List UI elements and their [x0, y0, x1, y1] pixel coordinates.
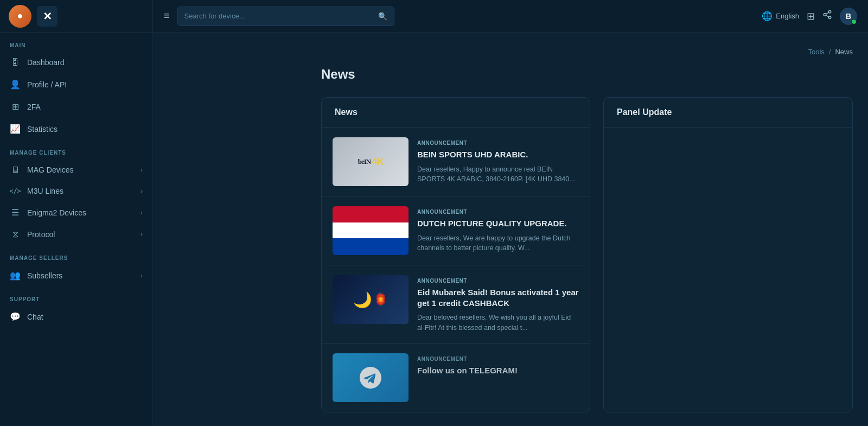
subsellers-icon: 👥 — [10, 270, 21, 281]
sidebar-section-manage-clients: MANAGE CLIENTS 🖥 MAG Devices › </> M3U L… — [0, 140, 152, 245]
chevron-right-icon: › — [141, 166, 143, 174]
news-title: Follow us on TELEGRAM! — [417, 365, 579, 376]
page-title: News — [321, 67, 853, 82]
search-input[interactable] — [184, 12, 374, 20]
panel-update-header: Panel Update — [604, 98, 852, 128]
news-thumb-telegram — [333, 353, 409, 402]
news-thumb-dutch — [333, 206, 409, 255]
news-thumb-eid: 🌙 🏮 — [333, 275, 409, 324]
sidebar-item-label: M3U Lines — [27, 187, 63, 195]
news-badge: Announcement — [417, 209, 467, 215]
panel-update-body — [604, 128, 852, 149]
content-grid: News beIN 4K Announcement BEIN SPORTS UH… — [321, 97, 853, 412]
share-icon[interactable] — [822, 10, 832, 22]
news-item-dutch[interactable]: Announcement DUTCH PICTURE QUALITY UPGRA… — [322, 196, 590, 265]
sidebar-item-label: Dashboard — [27, 58, 65, 67]
svg-line-3 — [826, 15, 828, 17]
sidebar-item-2fa[interactable]: ⊞ 2FA — [0, 96, 152, 118]
news-item-eid[interactable]: 🌙 🏮 Announcement Eid Mubarek Said! Bonus… — [322, 265, 590, 344]
sidebar-item-label: Statistics — [27, 125, 58, 133]
sidebar-item-label: Protocol — [27, 230, 55, 239]
language-label: English — [776, 12, 799, 20]
section-label-manage-clients: MANAGE CLIENTS — [0, 140, 152, 159]
svg-point-1 — [824, 14, 826, 16]
topbar: ≡ 🔍 🌐 English ⊞ B — [153, 0, 868, 33]
sidebar-item-label: MAG Devices — [27, 166, 74, 174]
2fa-icon: ⊞ — [10, 101, 21, 112]
news-card: News beIN 4K Announcement BEIN SPORTS UH… — [321, 97, 590, 412]
sidebar-item-dashboard[interactable]: 🎛 Dashboard — [0, 52, 152, 73]
panel-update-card: Panel Update — [603, 97, 853, 412]
sidebar-item-profile-api[interactable]: 👤 Profile / API — [0, 73, 152, 96]
chevron-right-icon: › — [141, 272, 143, 279]
sidebar-item-subsellers[interactable]: 👥 Subsellers › — [0, 264, 152, 287]
breadcrumb-current: News — [835, 48, 853, 56]
news-item-bein[interactable]: beIN 4K Announcement BEIN SPORTS UHD ARA… — [322, 128, 590, 196]
sidebar-item-label: Enigma2 Devices — [27, 208, 86, 217]
section-label-manage-sellers: MANAGE SELLERS — [0, 245, 152, 264]
news-content-eid: Announcement Eid Mubarek Said! Bonus act… — [417, 275, 579, 333]
telegram-thumbnail — [333, 353, 409, 402]
sidebar-item-mag-devices[interactable]: 🖥 MAG Devices › — [0, 159, 152, 181]
dashboard-icon: 🎛 — [10, 58, 21, 67]
news-content-telegram: Announcement Follow us on TELEGRAM! — [417, 353, 579, 380]
news-item-telegram[interactable]: Announcement Follow us on TELEGRAM! — [322, 344, 590, 412]
news-title: BEIN SPORTS UHD ARABIC. — [417, 149, 579, 160]
sidebar-section-manage-sellers: MANAGE SELLERS 👥 Subsellers › — [0, 245, 152, 287]
news-title: Eid Mubarek Said! Bonus activated 1 year… — [417, 287, 579, 308]
section-label-main: MAIN — [0, 33, 152, 52]
sidebar-item-chat[interactable]: 💬 Chat — [0, 306, 152, 328]
main-content: Tools / News News News beIN 4K Announcem… — [306, 33, 868, 426]
statistics-icon: 📈 — [10, 124, 21, 134]
eid-thumbnail: 🌙 🏮 — [333, 275, 409, 324]
logo-x-icon: ✕ — [37, 6, 58, 27]
sidebar-section-support: SUPPORT 💬 Chat — [0, 287, 152, 328]
m3u-icon: </> — [10, 187, 21, 195]
news-card-header: News — [322, 98, 590, 128]
sidebar-item-enigma2[interactable]: ☰ Enigma2 Devices › — [0, 201, 152, 224]
sidebar-item-label: Chat — [27, 313, 43, 321]
equalizer-icon[interactable]: ⊞ — [807, 10, 815, 22]
mag-devices-icon: 🖥 — [10, 165, 21, 175]
breadcrumb-tools[interactable]: Tools — [808, 48, 825, 56]
news-badge: Announcement — [417, 140, 467, 146]
news-badge: Announcement — [417, 278, 467, 284]
topbar-right: 🌐 English ⊞ B — [762, 8, 857, 25]
sidebar-section-main: MAIN 🎛 Dashboard 👤 Profile / API ⊞ 2FA 📈… — [0, 33, 152, 140]
svg-line-4 — [826, 12, 828, 14]
sidebar-item-label: Subsellers — [27, 271, 62, 280]
sidebar-item-statistics[interactable]: 📈 Statistics — [0, 118, 152, 140]
chevron-right-icon: › — [141, 231, 143, 238]
sidebar: ● ✕ MAIN 🎛 Dashboard 👤 Profile / API ⊞ 2… — [0, 0, 153, 426]
sidebar-item-protocol[interactable]: ⧖ Protocol › — [0, 224, 152, 245]
protocol-icon: ⧖ — [10, 230, 21, 239]
search-bar: 🔍 — [177, 7, 394, 26]
news-list: beIN 4K Announcement BEIN SPORTS UHD ARA… — [322, 128, 590, 412]
news-excerpt: Dear resellers, We are happy to upgrade … — [417, 233, 579, 254]
news-thumb-bein: beIN 4K — [333, 137, 409, 186]
enigma2-icon: ☰ — [10, 207, 21, 218]
news-content-bein: Announcement BEIN SPORTS UHD ARABIC. Dea… — [417, 137, 579, 185]
sidebar-item-label: Profile / API — [27, 80, 67, 89]
menu-icon[interactable]: ≡ — [164, 10, 170, 22]
chat-icon: 💬 — [10, 311, 21, 322]
section-label-support: SUPPORT — [0, 287, 152, 306]
bein-thumbnail: beIN 4K — [333, 137, 409, 186]
profile-icon: 👤 — [10, 79, 21, 90]
breadcrumb-separator: / — [829, 48, 831, 56]
news-excerpt: Dear beloved resellers, We wish you all … — [417, 313, 579, 333]
news-excerpt: Dear resellers, Happy to announce real B… — [417, 164, 579, 185]
news-content-dutch: Announcement DUTCH PICTURE QUALITY UPGRA… — [417, 206, 579, 253]
globe-icon: 🌐 — [762, 11, 773, 21]
sidebar-logo: ● ✕ — [0, 0, 152, 33]
chevron-right-icon: › — [141, 187, 143, 195]
language-selector[interactable]: 🌐 English — [762, 11, 799, 21]
breadcrumb: Tools / News — [321, 48, 853, 56]
sidebar-item-label: 2FA — [27, 103, 41, 111]
search-icon: 🔍 — [378, 12, 387, 21]
news-title: DUTCH PICTURE QUALITY UPGRADE. — [417, 218, 579, 229]
user-avatar-topbar[interactable]: B — [840, 8, 857, 25]
sidebar-item-m3u-lines[interactable]: </> M3U Lines › — [0, 181, 152, 201]
dutch-flag-thumbnail — [333, 206, 409, 255]
svg-point-2 — [828, 16, 831, 19]
